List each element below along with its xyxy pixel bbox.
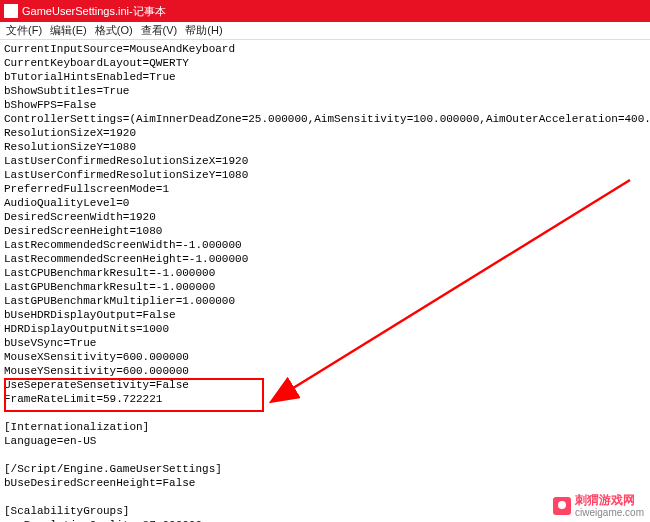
notepad-icon <box>4 4 18 18</box>
watermark-logo-icon <box>553 497 571 515</box>
title-filename: GameUserSettings.ini <box>22 5 129 17</box>
watermark: 刺猬游戏网 ciweigame.com <box>553 494 644 518</box>
watermark-url: ciweigame.com <box>575 507 644 518</box>
menu-help[interactable]: 帮助(H) <box>185 23 222 38</box>
menu-edit[interactable]: 编辑(E) <box>50 23 87 38</box>
text-editor-content[interactable]: CurrentInputSource=MouseAndKeyboard Curr… <box>0 40 650 522</box>
menubar: 文件(F) 编辑(E) 格式(O) 查看(V) 帮助(H) <box>0 22 650 40</box>
menu-file[interactable]: 文件(F) <box>6 23 42 38</box>
watermark-brand: 刺猬游戏网 <box>575 494 644 507</box>
menu-format[interactable]: 格式(O) <box>95 23 133 38</box>
window-titlebar: GameUserSettings.ini - 记事本 <box>0 0 650 22</box>
menu-view[interactable]: 查看(V) <box>141 23 178 38</box>
title-app: 记事本 <box>133 4 166 19</box>
